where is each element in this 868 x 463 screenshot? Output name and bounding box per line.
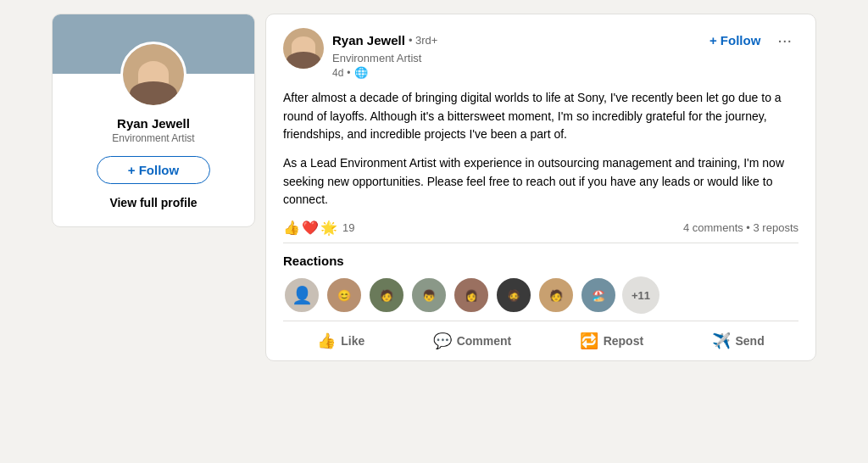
more-options-button[interactable]: ···	[771, 28, 798, 52]
reaction-emoji-3: 🌟	[320, 220, 337, 236]
reaction-emoji-1: 👍	[283, 220, 300, 236]
repost-label: Repost	[604, 334, 643, 348]
post-body: After almost a decade of bringing digita…	[283, 89, 798, 209]
reaction-avatar-8: 🏖️	[580, 276, 617, 314]
reaction-avatar-6: 🧔	[495, 276, 532, 314]
like-button[interactable]: 👍 Like	[307, 325, 375, 357]
post-actions: 👍 Like 💬 Comment 🔁 Repost ✈️ Send	[283, 321, 798, 360]
post-author-avatar	[283, 28, 324, 69]
reaction-emoji-group: 👍 ❤️ 🌟 19	[283, 220, 354, 236]
profile-name: Ryan Jewell	[117, 116, 190, 131]
reaction-avatar-5: 👩	[453, 276, 490, 314]
reaction-avatar-1: 👤	[283, 276, 320, 314]
post-author-subtitle: Environment Artist	[332, 52, 798, 64]
post-meta: 4d • 🌐	[332, 66, 798, 79]
follow-button[interactable]: + Follow	[97, 156, 210, 184]
profile-title: Environment Artist	[112, 132, 194, 144]
reaction-emoji-2: ❤️	[302, 220, 319, 236]
post-card: Ryan Jewell • 3rd+ + Follow ··· Environm…	[265, 14, 816, 361]
post-follow-button[interactable]: + Follow	[703, 30, 767, 51]
post-paragraph-1: After almost a decade of bringing digita…	[283, 89, 798, 144]
reaction-avatar-3: 🧑	[368, 276, 405, 314]
reaction-avatar-4: 👦	[410, 276, 448, 314]
comment-label: Comment	[457, 334, 512, 348]
view-profile-link[interactable]: View full profile	[109, 196, 197, 209]
post-paragraph-2: As a Lead Environment Artist with experi…	[283, 154, 798, 209]
like-icon: 👍	[317, 332, 336, 350]
repost-icon: 🔁	[580, 332, 598, 350]
post-author-name: Ryan Jewell	[332, 33, 405, 47]
post-stats: 👍 ❤️ 🌟 19 4 comments • 3 reposts	[283, 220, 798, 243]
post-degree: • 3rd+	[409, 34, 438, 47]
reactions-section: Reactions 👤 😊 🧑 👦 👩 🧔 🧑	[283, 243, 798, 321]
comment-icon: 💬	[433, 332, 452, 350]
send-label: Send	[736, 334, 765, 348]
more-reactions-count: +11	[622, 276, 659, 314]
separator: •	[347, 67, 350, 79]
post-author-info: Ryan Jewell • 3rd+ + Follow ··· Environm…	[332, 28, 798, 79]
reactions-avatars: 👤 😊 🧑 👦 👩 🧔 🧑 🏖️ +11	[283, 276, 798, 314]
post-author-row: Ryan Jewell • 3rd+ + Follow ···	[332, 28, 798, 52]
like-label: Like	[341, 334, 364, 348]
send-icon: ✈️	[712, 332, 731, 350]
reaction-avatar-7: 🧑	[537, 276, 575, 314]
post-comments-reposts: 4 comments • 3 reposts	[683, 221, 798, 234]
reaction-count: 19	[342, 221, 354, 234]
globe-icon: 🌐	[354, 66, 368, 79]
post-follow-label: + Follow	[709, 33, 760, 47]
profile-card: Ryan Jewell Environment Artist + Follow …	[52, 14, 255, 227]
comment-button[interactable]: 💬 Comment	[423, 325, 522, 357]
post-header: Ryan Jewell • 3rd+ + Follow ··· Environm…	[283, 28, 798, 79]
avatar	[120, 42, 186, 108]
repost-button[interactable]: 🔁 Repost	[570, 325, 654, 357]
reaction-avatar-2: 😊	[326, 276, 363, 314]
reactions-heading: Reactions	[283, 254, 798, 268]
send-button[interactable]: ✈️ Send	[702, 325, 775, 357]
post-time: 4d	[332, 67, 343, 79]
